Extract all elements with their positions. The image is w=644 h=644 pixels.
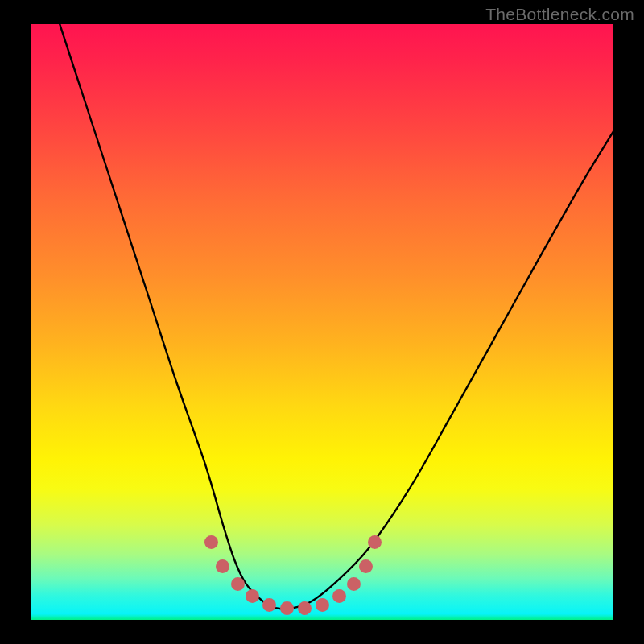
highlight-marker: [231, 577, 245, 591]
watermark-text: TheBottleneck.com: [485, 5, 634, 24]
highlight-marker: [298, 601, 312, 615]
app-frame: TheBottleneck.com: [0, 0, 644, 644]
highlight-marker: [246, 589, 259, 603]
bottleneck-curve-path: [60, 24, 613, 609]
bottleneck-chart: [31, 24, 613, 620]
highlight-marker: [316, 598, 329, 612]
highlight-marker: [280, 601, 294, 615]
highlight-marker: [368, 535, 382, 549]
highlight-marker: [332, 589, 346, 603]
highlight-marker: [359, 559, 373, 573]
curve-svg: [31, 24, 613, 620]
